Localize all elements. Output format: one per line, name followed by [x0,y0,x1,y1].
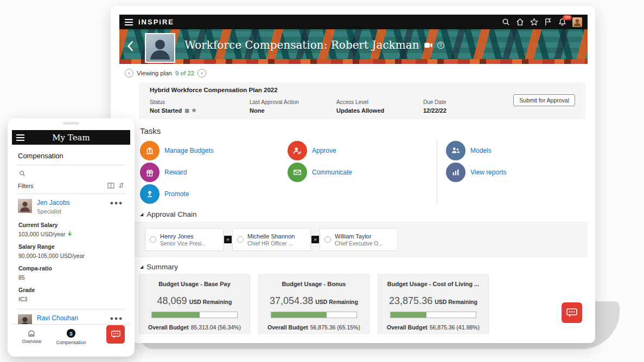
phone-section-title: Compensation [18,152,125,160]
remaining-label: USD Remaining [435,299,477,305]
remaining-label: USD Remaining [189,299,232,305]
overall-budget-value: 56,875.36 (65.15%) [310,324,360,331]
more-actions-icon[interactable]: ●●● [110,199,123,206]
approval-chain: Henry Jones Senior Vice Presi... » Miche… [119,222,588,257]
page-title: Workforce Compensation: Robert Jackman [184,38,419,51]
approve-icon [288,141,307,160]
desktop-app: iNSPiRE 154 [119,15,588,334]
budget-progress-bar [271,312,357,318]
gift-icon [140,163,160,182]
task-models[interactable]: Models [446,140,506,161]
collapse-triangle-icon[interactable]: ◢ [140,212,143,217]
overall-budget-value: 85,313.04 (56.34%) [191,324,241,331]
access-level-label: Access Level [336,99,423,105]
search-icon[interactable] [502,18,510,26]
submit-for-approval-button[interactable]: Submit for Approval [513,94,575,106]
chain-arrow-icon: » [311,236,319,243]
tab-compensation[interactable]: $ Compensation [52,325,91,348]
remaining-amount: 23,875.36 [389,295,432,306]
employee-avatar [145,33,175,63]
task-promote[interactable]: Promote [140,183,288,205]
phone-app: My Team Compensation Filters [12,130,130,348]
approver-card[interactable]: Michelle Shannon Chief HR Officer ... [232,228,311,251]
phone-speaker [63,122,79,125]
help-icon[interactable]: ? [437,42,444,49]
top-bar: iNSPiRE 154 [119,15,588,29]
radio-icon[interactable] [324,236,331,243]
hamburger-menu-icon[interactable] [125,19,133,25]
plan-panel: Hybrid Workforce Compensation Plan 2022 … [139,82,585,119]
trend-down-icon [67,231,72,237]
phone-page-title: My Team [12,133,130,143]
status-label: Status [150,99,250,105]
collapse-triangle-icon[interactable]: ◢ [140,264,143,269]
page-banner: Workforce Compensation: Robert Jackman ? [119,29,588,64]
task-manage-budgets[interactable]: Manage Budgets [140,140,288,161]
laptop: iNSPiRE 154 [111,6,595,343]
banner-strip [119,59,588,64]
more-actions-icon[interactable]: ●●● [110,315,123,321]
approver-card[interactable]: William Taylor Chief Executive O... [320,228,398,251]
search-icon[interactable] [19,169,125,179]
favorites-star-icon[interactable] [530,18,538,26]
radio-icon[interactable] [150,236,156,243]
task-reward[interactable]: Reward [140,161,288,183]
notification-badge: 154 [563,15,572,20]
chat-button[interactable] [562,302,582,323]
last-approval-value: None [250,107,265,114]
budget-progress-bar [390,312,476,318]
envelope-icon [288,163,307,182]
video-icon[interactable] [424,42,432,48]
flag-icon[interactable] [544,18,552,26]
remaining-label: USD Remaining [315,299,358,305]
due-date-value: 12/22/22 [423,107,447,114]
sort-icon[interactable] [118,182,124,190]
plan-position: 9 of 22 [175,70,194,76]
overall-budget-label: Overall Budget [387,324,428,331]
chat-button[interactable] [106,325,125,344]
phone-header: My Team [12,130,130,145]
svg-text:$: $ [69,330,73,336]
user-avatar[interactable] [572,17,582,27]
radio-icon[interactable] [237,236,244,243]
phone: My Team Compensation Filters [8,118,135,357]
task-communicate[interactable]: Communicate [288,161,437,183]
chain-arrow-icon: » [224,236,232,243]
plan-title: Hybrid Workforce Compensation Plan 2022 [150,87,575,93]
home-icon[interactable] [516,18,524,26]
tab-overview[interactable]: Overview [12,325,52,348]
due-date-label: Due Date [423,99,447,105]
employee-avatar [18,199,32,213]
budget-card-bonus: Budget Usage - Bonus 37,054.38USD Remain… [258,274,369,334]
notifications-bell-icon[interactable]: 154 [558,18,566,26]
asterisk-icon[interactable]: ✱ [192,108,196,113]
summary-heading: ◢ Summary [140,263,588,271]
budget-progress-bar [151,312,238,318]
approver-card[interactable]: Henry Jones Senior Vice Presi... [145,228,224,251]
approval-chain-heading: ◢ Approval Chain [140,210,588,218]
back-icon[interactable] [126,40,134,54]
table-icon[interactable]: ▦ [184,108,189,113]
access-level-value: Updates Allowed [336,107,384,114]
overall-budget-label: Overall Budget [267,324,308,331]
status-value: Not Started [150,107,182,114]
last-approval-label: Last Approval Action [250,99,336,105]
budget-card-base-pay: Budget Usage - Base Pay 48,069USD Remain… [139,274,250,334]
filters-label: Filters [18,183,34,189]
tasks-heading: Tasks [140,126,588,135]
task-approve[interactable]: Approve [288,140,437,161]
chart-icon [446,163,466,182]
bank-icon [140,141,160,160]
table-icon[interactable] [107,183,114,190]
previous-plan-icon[interactable]: ‹ [125,69,133,77]
overall-budget-value: 56,875.36 (41.98%) [430,324,480,331]
remaining-amount: 37,054.38 [270,295,313,306]
budget-card-cost-of-living: Budget Usage - Cost of Living ... 23,875… [378,274,489,334]
overall-budget-label: Overall Budget [148,324,189,331]
remaining-amount: 48,069 [157,295,187,306]
next-plan-icon[interactable]: › [197,69,206,77]
people-icon [446,141,466,160]
task-view-reports[interactable]: View reports [446,161,506,183]
list-item[interactable]: Jen Jacobs Specialist ●●● [17,194,125,216]
viewing-plan-label: Viewing plan [137,70,172,76]
